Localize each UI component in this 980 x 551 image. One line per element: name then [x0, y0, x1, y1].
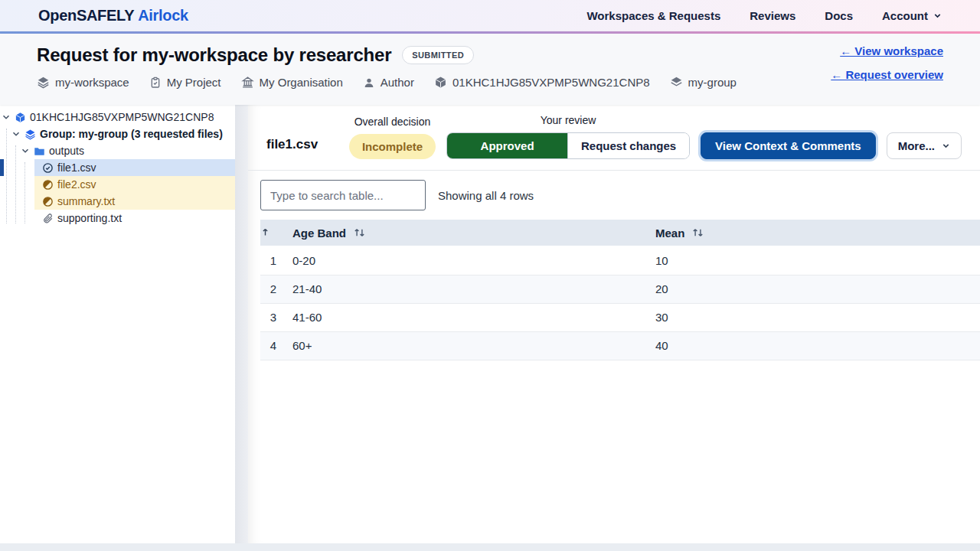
sidebar-resize-handle[interactable]: [235, 105, 248, 543]
approved-check-icon: [42, 162, 54, 174]
tree-item-file1[interactable]: file1.csv: [34, 159, 235, 176]
file-tree-sidebar: 01KHC1HJG85VXPMP5WNG21CNP8 Group: my-gro…: [0, 105, 235, 543]
file-detail-panel: file1.csv Overall decision Incomplete Yo…: [248, 105, 980, 543]
age-band-cell: 21-40: [286, 275, 649, 303]
cube-icon: [434, 76, 447, 89]
age-band-cell: 60+: [286, 331, 649, 360]
table-row: 4 60+ 40: [260, 331, 980, 360]
meta-workspace-label: my-workspace: [55, 76, 129, 89]
tree-item-label: outputs: [49, 145, 84, 157]
overall-decision-label: Overall decision: [354, 116, 431, 128]
your-review: Your review Approved Request changes: [446, 114, 690, 159]
approved-button[interactable]: Approved: [447, 133, 567, 158]
table-header-row: Age Band Mean: [260, 220, 980, 246]
airlock-app: OpenSAFELYAirlock Workspaces & Requests …: [0, 0, 980, 551]
tree-item-label: supporting.txt: [57, 212, 122, 224]
chevron-down-icon[interactable]: [21, 146, 30, 155]
tree-item-group[interactable]: Group: my-group (3 requested files): [0, 126, 235, 142]
tree-guide-line: [15, 145, 16, 223]
table-row: 2 21-40 20: [260, 275, 980, 303]
table-row: 3 41-60 30: [260, 303, 980, 331]
mean-column-header[interactable]: Mean: [649, 220, 980, 246]
more-button[interactable]: More...: [887, 132, 962, 159]
table-row: 1 0-20 10: [260, 246, 980, 275]
mean-cell: 40: [649, 331, 980, 360]
tree-item-label: 01KHC1HJG85VXPMP5WNG21CNP8: [30, 111, 214, 123]
nav-account-label: Account: [882, 9, 928, 22]
rows-summary: Showing all 4 rows: [438, 189, 534, 202]
layers-icon: [24, 129, 36, 140]
age-band-column-header[interactable]: Age Band: [286, 220, 649, 246]
file-title: file1.csv: [266, 137, 318, 159]
status-badge: SUBMITTED: [402, 46, 474, 64]
tree-item-label: summary.txt: [57, 195, 115, 207]
review-pending-icon: [42, 196, 54, 207]
body: 01KHC1HJG85VXPMP5WNG21CNP8 Group: my-gro…: [0, 105, 980, 543]
chevron-down-icon[interactable]: [11, 129, 21, 139]
mean-cell: 30: [649, 303, 980, 331]
tree-guide-line: [6, 129, 7, 223]
view-workspace-link[interactable]: ← View workspace: [840, 44, 943, 57]
row-number: 3: [260, 303, 286, 331]
header-links: ← View workspace ← Request overview: [831, 44, 943, 81]
more-button-label: More...: [898, 139, 935, 152]
column-label: Mean: [655, 227, 684, 240]
brand-opensafely: OpenSAFELY: [38, 7, 134, 24]
chevron-down-icon: [933, 11, 942, 20]
tree-item-supporting[interactable]: supporting.txt: [34, 210, 235, 227]
brand-airlock: Airlock: [138, 7, 188, 24]
file-header: file1.csv Overall decision Incomplete Yo…: [248, 105, 980, 171]
meta-project: My Project: [149, 76, 221, 89]
tree-guide-line: [24, 162, 25, 223]
tree-item-label: file1.csv: [57, 161, 96, 174]
tree-item-request-root[interactable]: 01KHC1HJG85VXPMP5WNG21CNP8: [0, 109, 235, 126]
request-overview-link[interactable]: ← Request overview: [831, 68, 943, 81]
row-number-header[interactable]: [260, 220, 286, 246]
chevron-down-icon: [942, 142, 950, 150]
request-meta: my-workspace My Project My Organisation …: [37, 76, 831, 89]
top-nav: OpenSAFELYAirlock Workspaces & Requests …: [0, 0, 980, 31]
overall-decision: Overall decision Incomplete: [349, 116, 436, 159]
sort-icon: [691, 227, 704, 238]
meta-project-label: My Project: [167, 76, 221, 89]
sort-icon: [353, 227, 366, 238]
organisation-icon: [241, 76, 254, 89]
request-cube-icon: [15, 112, 26, 123]
meta-workspace: my-workspace: [37, 76, 129, 89]
brand-logo[interactable]: OpenSAFELYAirlock: [38, 7, 188, 24]
meta-request-id: 01KHC1HJG85VXPMP5WNG21CNP8: [434, 76, 650, 89]
paperclip-icon: [42, 213, 54, 224]
folder-icon: [34, 145, 45, 157]
meta-author-label: Author: [381, 76, 414, 89]
data-table: Age Band Mean: [260, 220, 980, 360]
view-context-comments-button[interactable]: View Context & Comments: [701, 132, 876, 159]
row-number: 4: [260, 331, 286, 360]
tree-item-outputs-folder[interactable]: outputs: [0, 142, 235, 159]
overall-decision-badge: Incomplete: [349, 134, 436, 159]
table-controls: Showing all 4 rows: [248, 171, 980, 220]
user-icon: [363, 77, 375, 89]
layers-icon: [670, 76, 683, 89]
page-title: Request for my-workspace by researcher: [37, 44, 391, 66]
age-band-cell: 0-20: [286, 246, 649, 275]
nav-account-menu[interactable]: Account: [882, 9, 942, 22]
request-changes-button[interactable]: Request changes: [567, 133, 689, 158]
nav-reviews[interactable]: Reviews: [750, 9, 795, 22]
tree-item-label: Group: my-group (3 requested files): [40, 128, 223, 140]
chevron-down-icon[interactable]: [2, 112, 11, 122]
request-header: ← View workspace ← Request overview Requ…: [0, 34, 980, 105]
tree-item-file2[interactable]: file2.csv: [34, 176, 235, 193]
nav-workspaces-requests[interactable]: Workspaces & Requests: [586, 9, 720, 22]
search-input[interactable]: [260, 180, 426, 210]
mean-cell: 10: [649, 246, 980, 275]
nav-docs[interactable]: Docs: [825, 9, 853, 22]
review-pending-icon: [42, 179, 54, 191]
your-review-label: Your review: [541, 114, 596, 126]
meta-organisation-label: My Organisation: [260, 76, 343, 89]
review-button-group: Approved Request changes: [446, 132, 690, 159]
row-number: 1: [260, 246, 286, 275]
tree-item-summary[interactable]: summary.txt: [34, 193, 235, 210]
age-band-cell: 41-60: [286, 303, 649, 331]
nav-items: Workspaces & Requests Reviews Docs Accou…: [586, 9, 942, 22]
meta-group-label: my-group: [688, 76, 737, 89]
